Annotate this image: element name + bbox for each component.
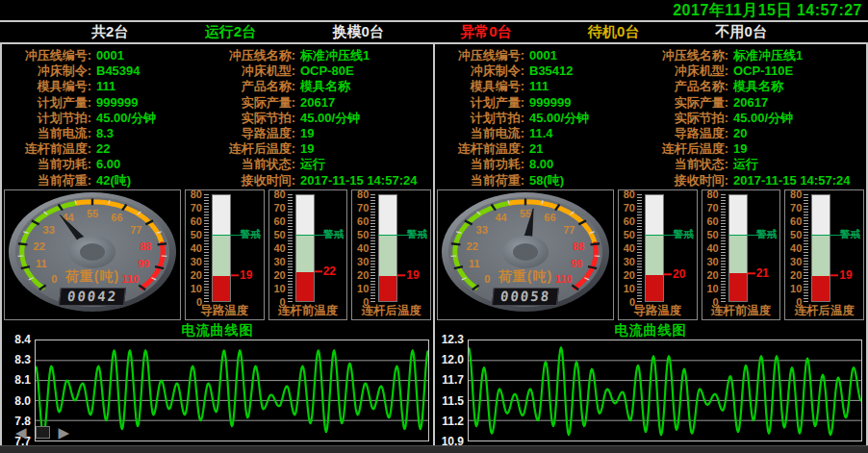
thermometer-body: 80706050403020100 警戒 20 — [621, 194, 695, 302]
info-label: 模具编号: — [6, 79, 96, 94]
thermo-scale-tick: 50 — [790, 230, 802, 240]
info-value: 22 — [96, 141, 208, 157]
chart-y-tick-label: 11.7 — [442, 373, 464, 387]
thermo-pointer-dash — [748, 272, 755, 274]
info-value: 45.00/分钟 — [300, 111, 431, 126]
thermo-fill — [812, 276, 830, 301]
chart-plot-area — [35, 340, 429, 441]
thermo-scale-tick: 40 — [790, 243, 802, 254]
machine-info-grid: 冲压线编号:0001冲压线名称:标准冲压线1 冲床制令:B35412冲床机型:O… — [435, 44, 866, 189]
load-gauge: 0112233445566778899110 荷重(吨) 00058 — [437, 189, 614, 320]
info-label: 冲压线名称: — [208, 48, 300, 63]
gauge-tick-label: 66 — [544, 212, 555, 223]
info-value: 标准冲压线1 — [733, 48, 864, 63]
thermo-scale-tick: 0 — [363, 297, 369, 308]
thermo-scale-tick: 30 — [273, 257, 285, 267]
forward-arrow-icon[interactable]: ▶ — [59, 425, 70, 440]
info-value: 8.3 — [96, 126, 208, 141]
thermo-scale-tick: 60 — [273, 216, 285, 227]
page-icon[interactable] — [36, 426, 50, 439]
info-value: OCP-110E — [733, 63, 864, 79]
thermo-fill — [646, 275, 663, 302]
gauge-tick-label: 33 — [476, 224, 488, 236]
thermo-scale-tick: 20 — [624, 270, 635, 281]
gauge-tick-label: 55 — [520, 208, 531, 219]
info-value: 模具名称 — [300, 79, 431, 94]
thermo-scale-tick: 10 — [790, 284, 802, 294]
info-value: 58(吨) — [529, 173, 641, 189]
warning-label: 警戒 — [407, 228, 427, 241]
warning-label: 警戒 — [840, 228, 860, 241]
info-label: 当前荷重: — [6, 173, 96, 189]
thermometer-rod-rear-temp: 80706050403020100 警戒 19 连杆后温度 — [351, 189, 431, 320]
gauge-tick-label: 77 — [563, 224, 574, 236]
info-value: 111 — [96, 79, 208, 94]
thermo-value: 19 — [830, 269, 852, 283]
thermo-ruler-ticks — [721, 194, 726, 302]
thermo-scale-tick: 30 — [357, 257, 369, 267]
thermo-pointer-dash — [664, 273, 672, 275]
thermo-scale-tick: 30 — [191, 257, 202, 267]
chart-y-tick-label: 8.1 — [14, 373, 31, 387]
thermo-tube — [645, 194, 664, 302]
thermo-scale-tick: 50 — [624, 230, 635, 240]
info-value: 20617 — [733, 95, 864, 111]
gauge-tick-label: 33 — [43, 224, 55, 236]
info-value: 运行 — [300, 157, 431, 172]
thermo-scale-tick: 80 — [273, 189, 285, 200]
info-label: 当前电流: — [439, 126, 529, 141]
info-value: 8.00 — [529, 157, 641, 172]
info-value: 19 — [733, 141, 864, 157]
thermo-scale-tick: 0 — [713, 297, 719, 308]
chart-y-tick-label: 8.4 — [14, 333, 31, 346]
meters-row: 0112233445566778899110 荷重(吨) 00058 80706… — [435, 189, 866, 321]
thermo-scale-tick: 10 — [706, 284, 718, 294]
thermo-scale-labels: 80706050403020100 — [188, 194, 203, 302]
gauge-tick-label: 88 — [573, 240, 584, 252]
thermo-scale-tick: 70 — [357, 203, 369, 214]
thermo-scale-tick: 40 — [706, 243, 718, 254]
thermo-scale-tick: 0 — [796, 297, 802, 308]
info-value: 19 — [300, 141, 431, 157]
back-arrow-icon[interactable]: ◀ — [15, 425, 27, 440]
info-label: 当前荷重: — [439, 173, 529, 189]
chart-nav-controls: ◀ ▶ — [15, 425, 69, 440]
info-value: 999999 — [96, 95, 208, 111]
info-value: 45.00/分钟 — [733, 111, 864, 126]
thermo-scale-tick: 50 — [191, 230, 202, 240]
thermo-tube — [295, 194, 315, 302]
thermo-scale-tick: 20 — [706, 270, 718, 281]
thermo-scale-tick: 0 — [280, 297, 286, 308]
chart-title: 电流曲线图 — [435, 322, 866, 339]
info-label: 计划产量: — [439, 95, 529, 111]
thermo-scale-tick: 10 — [191, 284, 202, 294]
status-bar: 共2台 运行2台 换模0台 异常0台 待机0台 不用0台 — [0, 20, 868, 44]
thermo-fill — [296, 272, 314, 301]
machine-info-grid: 冲压线编号:0001冲压线名称:标准冲压线1 冲床制令:B45394冲床机型:O… — [2, 44, 433, 189]
thermo-tube — [728, 194, 748, 302]
info-value: 111 — [529, 79, 641, 94]
info-value: 21 — [529, 141, 641, 157]
thermo-scale-tick: 20 — [357, 270, 369, 281]
thermo-scale-tick: 10 — [273, 284, 285, 294]
thermo-pointer-dash — [315, 270, 322, 272]
gauge-tick-label: 22 — [34, 240, 45, 252]
thermometer-guideway-temp: 80706050403020100 警戒 19 导路温度 — [185, 189, 265, 320]
thermo-scale-tick: 30 — [790, 257, 802, 267]
chart-y-tick-label: 11.2 — [442, 415, 464, 428]
thermo-value-number: 19 — [240, 269, 252, 283]
chart-canvas — [36, 340, 428, 440]
gauge-tick-label: 22 — [467, 240, 478, 252]
thermo-value: 21 — [748, 266, 769, 280]
datetime-display: 2017年11月15日 14:57:27 — [673, 1, 862, 21]
info-label: 接收时间: — [641, 173, 733, 189]
info-label: 冲床机型: — [641, 63, 733, 79]
thermo-scale-tick: 60 — [357, 216, 369, 227]
thermometer-rod-front-temp: 80706050403020100 警戒 22 连杆前温度 — [268, 189, 348, 320]
info-label: 导路温度: — [641, 126, 733, 141]
thermo-tube — [212, 194, 231, 302]
thermo-ruler-ticks — [370, 194, 375, 302]
thermo-scale-tick: 60 — [790, 216, 802, 227]
thermo-scale-tick: 60 — [624, 216, 635, 227]
thermo-ruler-ticks — [804, 194, 808, 302]
